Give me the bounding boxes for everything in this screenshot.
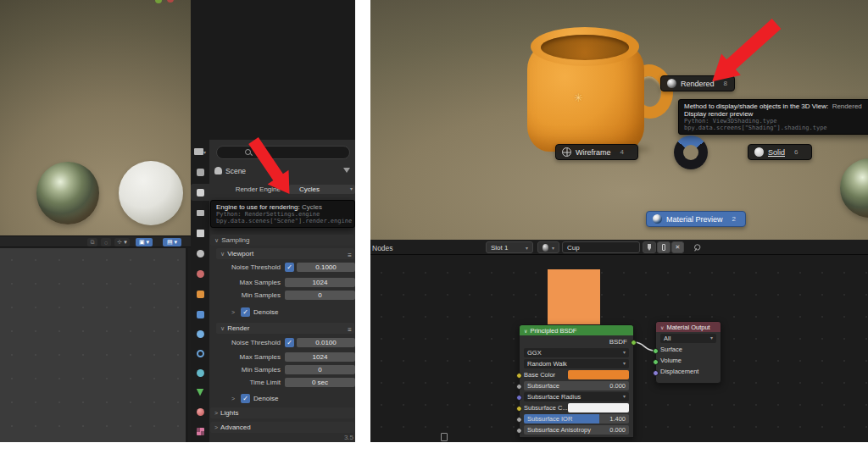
chrome-sphere-object[interactable] — [36, 162, 99, 224]
surface-input-socket[interactable] — [653, 348, 659, 354]
base-color-row: Base Color — [524, 370, 629, 379]
object-data-icon — [197, 389, 204, 396]
mug-object[interactable]: ✳ — [527, 25, 680, 157]
wireframe-shading-icon — [562, 147, 571, 157]
navigation-gizmo-axis-green[interactable] — [155, 0, 162, 3]
tab-world[interactable] — [191, 265, 209, 282]
min-samples-field-render[interactable]: 0 — [285, 365, 355, 374]
viewport-3d-right[interactable]: ✳ Rendered 8 Wireframe 4 Solid 6 — [370, 0, 868, 240]
tab-material[interactable] — [191, 403, 209, 420]
slot-dropdown[interactable]: Slot 1 ▾ — [486, 241, 533, 253]
proportional-editing-icon[interactable]: ◌ — [101, 238, 111, 246]
denoise-checkbox-render[interactable]: ✓ — [241, 394, 250, 403]
tab-render[interactable] — [191, 184, 209, 201]
pie-option-solid[interactable]: Solid 6 — [748, 144, 812, 160]
denoise-toggle-viewport[interactable]: > ✓ Denoise — [231, 307, 278, 317]
subsurface-ior-slider[interactable]: Subsurface IOR1.400 — [524, 414, 629, 424]
tab-modifiers[interactable] — [191, 306, 209, 323]
new-material-copy-button[interactable] — [657, 241, 670, 253]
section-viewport[interactable]: ∨Viewport≡ — [216, 248, 354, 259]
tab-particles[interactable] — [191, 325, 209, 342]
tooltip-value: Cycles — [302, 203, 322, 211]
scene-icon — [197, 250, 204, 257]
tab-object-data[interactable] — [191, 384, 209, 401]
unlink-material-button[interactable]: ✕ — [671, 241, 684, 253]
material-output-header[interactable]: ∨ Material Output — [656, 322, 721, 332]
tab-scene[interactable] — [191, 245, 209, 262]
denoise-toggle-render[interactable]: > ✓ Denoise — [231, 393, 278, 403]
noise-threshold-row: Noise Threshold ✓ 0.1000 — [209, 262, 355, 273]
section-render[interactable]: ∨Render≡ — [216, 323, 354, 334]
render-camera-icon — [197, 189, 204, 197]
outliner-region — [191, 0, 355, 140]
shader-editor-empty[interactable] — [0, 248, 188, 442]
material-output-node[interactable]: ∨ Material Output All▾ Surface Volume Di… — [655, 321, 721, 384]
pie-option-rendered[interactable]: Rendered 8 — [660, 75, 735, 91]
editor-type-button[interactable]: ▾ — [191, 143, 209, 160]
preset-icon[interactable]: ≡ — [348, 324, 352, 335]
time-limit-field[interactable]: 0 sec — [285, 378, 355, 387]
material-browse-dropdown[interactable]: ▾ — [537, 241, 559, 253]
tab-constraints[interactable] — [191, 364, 209, 381]
subsurface-anisotropy-slider[interactable]: Subsurface Anisotropy0.000 — [524, 425, 629, 435]
denoise-checkbox[interactable]: ✓ — [241, 307, 250, 317]
tab-output[interactable] — [191, 204, 209, 221]
file-status-icon — [441, 433, 448, 441]
max-samples-field-render[interactable]: 1024 — [285, 352, 355, 362]
preset-icon[interactable]: ≡ — [348, 250, 352, 261]
pie-option-wireframe[interactable]: Wireframe 4 — [555, 144, 638, 160]
noise-threshold-checkbox-render[interactable]: ✓ — [285, 338, 294, 347]
subsurface-ior-socket[interactable] — [516, 417, 522, 423]
tab-object[interactable] — [191, 285, 209, 302]
viewport-3d-left[interactable] — [0, 0, 191, 235]
use-nodes-label[interactable]: Nodes — [372, 244, 393, 252]
subsurface-color-socket[interactable] — [516, 406, 522, 412]
noise-threshold-field-render[interactable]: 0.0100 — [297, 338, 355, 347]
shortcut-key: 4 — [620, 148, 624, 156]
max-samples-field[interactable]: 1024 — [285, 278, 355, 287]
subsurface-slider[interactable]: Subsurface0.000 — [524, 381, 629, 390]
filter-icon[interactable] — [343, 168, 350, 173]
min-samples-field[interactable]: 0 — [285, 291, 355, 300]
render-engine-dropdown[interactable]: Cycles ▾ — [289, 185, 355, 194]
section-lights[interactable]: >Lights — [210, 407, 354, 418]
white-sphere-object[interactable] — [119, 161, 183, 225]
shader-node-editor[interactable]: Nodes Slot 1 ▾ ▾ Cup — [370, 240, 868, 442]
volume-input-socket[interactable] — [653, 359, 659, 365]
principled-bsdf-node[interactable]: ∨ Principled BSDF BSDF GGX▾ Random Walk▾… — [519, 324, 634, 438]
material-name-field[interactable]: Cup — [562, 241, 640, 253]
pin-icon[interactable] — [691, 241, 703, 253]
tab-texture[interactable] — [191, 423, 209, 440]
noise-threshold-checkbox[interactable]: ✓ — [285, 263, 294, 272]
tab-tool[interactable] — [191, 163, 209, 180]
subsurface-radius-socket[interactable] — [516, 395, 522, 401]
section-advanced[interactable]: >Advanced — [210, 422, 354, 433]
noise-threshold-field[interactable]: 0.1000 — [297, 263, 355, 272]
snap-icon[interactable]: ⊹ ▾ — [114, 238, 130, 246]
material-icon — [197, 408, 204, 416]
shading-mode-icon[interactable]: ▤ ▾ — [163, 238, 181, 246]
base-color-socket[interactable] — [516, 373, 522, 379]
bsdf-output-socket[interactable] — [631, 340, 637, 346]
navigation-gizmo-axis-red[interactable] — [167, 0, 174, 3]
subsurface-anisotropy-socket[interactable] — [516, 428, 522, 434]
principled-bsdf-header[interactable]: ∨ Principled BSDF — [520, 325, 633, 335]
overlays-toggle-icon[interactable]: ▣ ▾ — [136, 238, 153, 246]
chrome-sphere-edge-object[interactable] — [840, 158, 868, 218]
search-input[interactable] — [216, 146, 350, 159]
subsurface-socket[interactable] — [516, 384, 522, 390]
fake-user-button[interactable] — [643, 241, 656, 253]
subsurface-radius-dropdown[interactable]: Subsurface Radius▾ — [524, 392, 629, 401]
section-sampling[interactable]: ∨Sampling — [210, 235, 354, 246]
output-target-dropdown[interactable]: All▾ — [660, 334, 716, 343]
subsurface-method-dropdown[interactable]: Random Walk▾ — [524, 359, 629, 368]
displacement-input-socket[interactable] — [653, 370, 659, 376]
transform-orientation-icon[interactable]: ⧉ — [87, 238, 97, 246]
subsurface-color-swatch[interactable] — [568, 403, 629, 412]
shield-icon — [648, 244, 651, 251]
tab-physics[interactable] — [191, 345, 209, 362]
tab-view-layer[interactable] — [191, 224, 209, 241]
base-color-swatch[interactable] — [568, 370, 629, 379]
pie-option-material-preview[interactable]: Material Preview 2 — [646, 211, 746, 227]
distribution-dropdown[interactable]: GGX▾ — [524, 348, 629, 357]
